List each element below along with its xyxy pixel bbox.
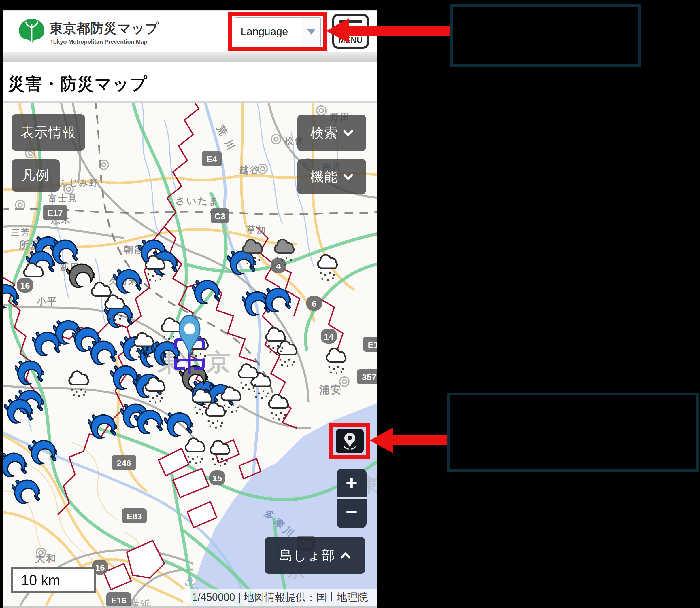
svg-text:C3: C3 — [215, 211, 225, 221]
annotation-arrow-icon — [370, 428, 393, 453]
annotation-arrow-shaft — [348, 26, 450, 36]
app-screenshot: 東京都防災マップ Tokyo Metropolitan Prevention M… — [3, 10, 377, 608]
zoom-out-button[interactable]: − — [337, 499, 367, 528]
app-subtitle: Tokyo Metropolitan Prevention Map — [50, 39, 147, 45]
tokyo-metropolitan-logo-icon — [18, 16, 45, 49]
map-attribution-text: 1/450000 | 地図情報提供：国土地理院 — [192, 590, 368, 605]
svg-text:15: 15 — [213, 474, 222, 483]
svg-text:16: 16 — [20, 281, 30, 290]
functions-label: 機能 — [310, 168, 338, 186]
svg-text:6: 6 — [312, 299, 317, 308]
svg-text:三芳: 三芳 — [11, 228, 31, 237]
islands-label: 島しょ部 — [279, 547, 335, 565]
svg-text:小平: 小平 — [37, 296, 58, 306]
map-scale-label: 10 km — [13, 572, 60, 589]
search-label: 検索 — [310, 124, 338, 142]
svg-text:富士見: 富士見 — [49, 193, 78, 203]
svg-text:357: 357 — [362, 373, 376, 382]
page-title-area: 災害・防災マップ — [3, 62, 377, 103]
svg-text:E4: E4 — [207, 154, 217, 164]
language-highlight-box — [228, 12, 327, 51]
svg-text:14: 14 — [324, 332, 334, 341]
header-divider-strip — [3, 52, 377, 62]
svg-text:16: 16 — [95, 563, 105, 572]
locate-highlight-box — [329, 423, 370, 459]
zoom-in-button[interactable]: + — [337, 469, 367, 498]
svg-text:さいたま: さいたま — [175, 195, 220, 206]
svg-text:草加: 草加 — [246, 225, 267, 235]
svg-text:越谷: 越谷 — [239, 165, 260, 175]
svg-text:246: 246 — [117, 458, 131, 468]
svg-text:京: 京 — [206, 348, 232, 376]
search-button[interactable]: 検索 — [297, 115, 366, 151]
annotated-screenshot-canvas: 東京都防災マップ Tokyo Metropolitan Prevention M… — [0, 0, 700, 608]
map-viewport[interactable]: 所沢三芳ふじみ野富士見さいたま志木朝霞新座久留米小平越谷草加野田松伏吉川荒川浦安… — [3, 103, 377, 606]
map-scale-bar: 10 km — [11, 567, 96, 593]
svg-text:横浜: 横浜 — [129, 598, 152, 606]
annotation-arrow-icon — [326, 18, 349, 43]
map-attribution: 1/450000 | 地図情報提供：国土地理院 — [183, 589, 377, 606]
legend-label: 凡例 — [22, 167, 50, 184]
chevron-up-icon — [340, 551, 350, 560]
annotation-note-box-locate — [447, 393, 699, 472]
annotation-note-box-language — [450, 4, 641, 67]
svg-text:E83: E83 — [127, 512, 142, 521]
svg-text:大和: 大和 — [35, 553, 57, 564]
screenshot-bottom-strip — [3, 606, 377, 608]
display-info-label: 表示情報 — [21, 124, 76, 141]
svg-text:E14: E14 — [368, 340, 377, 349]
svg-text:⚓: ⚓ — [184, 574, 197, 589]
zoom-controls: + − — [337, 469, 367, 528]
display-info-button[interactable]: 表示情報 — [12, 114, 85, 151]
islands-panel-button[interactable]: 島しょ部 — [264, 537, 365, 574]
app-title: 東京都防災マップ — [50, 20, 159, 37]
annotation-arrow-shaft — [392, 436, 447, 445]
svg-text:E17: E17 — [47, 208, 62, 218]
legend-button[interactable]: 凡例 — [12, 159, 60, 192]
chevron-down-icon — [343, 172, 353, 182]
svg-text:E16: E16 — [111, 595, 126, 605]
page-title: 災害・防災マップ — [8, 73, 148, 95]
svg-text:浦安: 浦安 — [319, 384, 343, 396]
chevron-down-icon — [343, 128, 353, 138]
functions-button[interactable]: 機能 — [297, 159, 366, 194]
